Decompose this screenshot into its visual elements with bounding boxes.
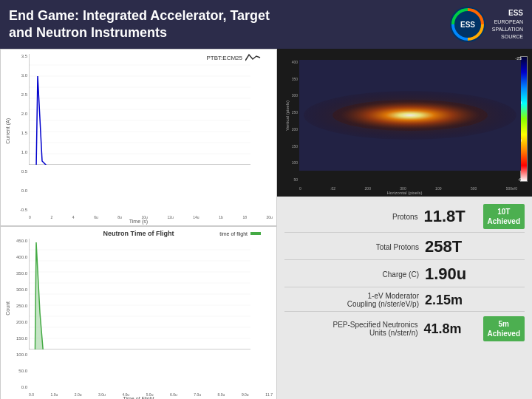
stat-value-protons: 11.8T [424, 207, 483, 226]
svg-point-28 [332, 100, 488, 131]
right-panel: -25 -40 -30 -0 [277, 49, 532, 399]
page-title: End Game: Integrated Accelerator, Target… [9, 7, 449, 42]
heatmap-x-label: Horizontal (pixels) [386, 191, 422, 195]
chart-top-y-label: Current (A) [5, 118, 10, 144]
current-chart-svg [29, 54, 250, 165]
logo-area: ESS ESS EUROPEAN SPALLATION SOURCE [449, 6, 523, 43]
stat-label-total-protons: Total Protons [284, 243, 425, 251]
tof-legend-icon [250, 230, 262, 237]
chart-bottom-title: Neutron Time of Flight [103, 230, 174, 237]
ess-label: ESS EUROPEAN SPALLATION SOURCE [492, 8, 523, 40]
current-time-chart: PTBT:ECM25 Current (A) 3.5 3.0 2.5 2.0 1… [0, 49, 277, 226]
stat-row-moderator: 1-eV ModeratorCoupling (n/ster/eV/p) 2.1… [284, 289, 525, 312]
stat-label-charge: Charge (C) [284, 270, 425, 279]
heatmap-display: -25 -40 -30 -0 [277, 49, 532, 197]
achieved-badge-protons: 10TAchieved [483, 204, 525, 229]
heatmap-svg [299, 60, 521, 171]
achieved-badge-pep: 5mAchieved [483, 316, 525, 341]
neutron-tof-chart: Neutron Time of Flight time of flight Co… [0, 226, 277, 399]
stat-label-protons: Protons [284, 213, 424, 221]
ess-logo-icon: ESS [449, 6, 486, 43]
chart-bottom-legend: time of flight [219, 230, 262, 237]
stat-label-pep: PEP-Specified NeutronicsUnits (n/ster/n) [284, 321, 424, 337]
svg-rect-14 [250, 232, 261, 235]
stat-row-pep: PEP-Specified NeutronicsUnits (n/ster/n)… [284, 313, 525, 344]
stat-value-moderator: 2.15m [425, 293, 484, 308]
stat-label-moderator: 1-eV ModeratorCoupling (n/ster/eV/p) [284, 292, 425, 308]
left-panel: PTBT:ECM25 Current (A) 3.5 3.0 2.5 2.0 1… [0, 49, 277, 399]
svg-text:ESS: ESS [460, 21, 475, 29]
tof-chart-svg [29, 239, 250, 349]
stat-row-charge: Charge (C) 1.90u [284, 262, 525, 287]
stats-panel: Protons 11.8T 10TAchieved Total Protons … [277, 197, 532, 399]
header: End Game: Integrated Accelerator, Target… [0, 0, 532, 49]
stat-value-total-protons: 258T [425, 237, 484, 256]
colorbar: -25 -40 -30 -0 [520, 56, 531, 182]
stat-value-pep: 41.8m [424, 321, 483, 337]
colorbar-min: -0 [518, 177, 522, 182]
stat-value-charge: 1.90u [425, 265, 484, 284]
stat-row-protons: Protons 11.8T 10TAchieved [284, 201, 525, 233]
chart-top-x-label: Time (s) [129, 219, 148, 224]
main-content: PTBT:ECM25 Current (A) 3.5 3.0 2.5 2.0 1… [0, 49, 532, 399]
chart-bottom-y-label: Count [5, 301, 10, 316]
stat-row-total-protons: Total Protons 258T [284, 234, 525, 260]
